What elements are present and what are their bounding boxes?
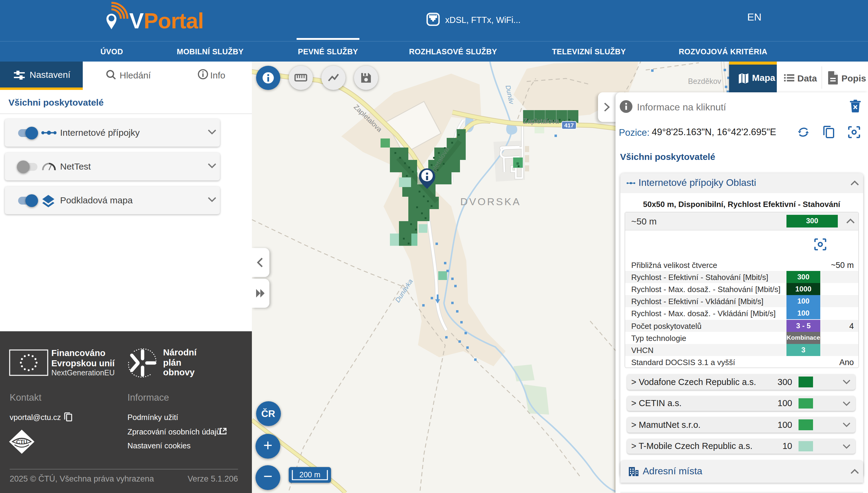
svg-text:417: 417	[564, 122, 574, 129]
svg-text:DVORSKA: DVORSKA	[460, 196, 521, 207]
svg-text:Zapletalova: Zapletalova	[523, 117, 559, 125]
svg-text:ČTÚ: ČTÚ	[16, 439, 27, 445]
svg-text:Bezděkov: Bezděkov	[688, 77, 721, 85]
